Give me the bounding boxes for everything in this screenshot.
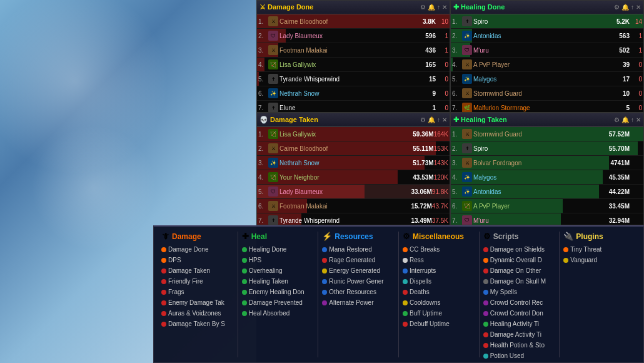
menu-item[interactable]: My Spells <box>483 287 556 297</box>
menu-dot-icon <box>322 258 327 263</box>
menu-item-label: HPS <box>249 255 262 265</box>
table-row[interactable]: 1. ⚔ Stormwind Guard 57.52M <box>451 127 643 141</box>
table-row[interactable]: 6. ⚔ Stormwind Guard 10 0 <box>451 86 643 101</box>
menu-section: ⚙Scripts Damage on Shields Dynamic Overa… <box>480 232 560 357</box>
table-row[interactable]: 4. ⚔ A PvP Player 39 0 <box>451 58 643 72</box>
menu-section: ⚙Miscellaneous CC Breaks Ress Interrupts… <box>399 232 480 357</box>
menu-item[interactable]: Health Potion & Sto <box>483 340 556 350</box>
row-number: 1. <box>452 18 461 25</box>
menu-item[interactable]: CC Breaks <box>403 244 475 255</box>
table-row[interactable]: 4. ✨ Malygos 45.35M <box>451 170 643 185</box>
row-player-name: Malygos <box>473 174 606 181</box>
menu-item[interactable]: Enemy Healing Don <box>242 287 314 297</box>
menu-item[interactable]: Healing Taken <box>242 276 314 287</box>
table-row[interactable]: 6. 🏹 A PvP Player 33.45M <box>451 199 643 213</box>
row-player-name: Footman Malakai <box>279 203 409 210</box>
menu-item[interactable]: Mana Restored <box>322 244 395 255</box>
table-row[interactable]: 7. 🌿 Malfurion Stormrage 5 0 <box>451 101 643 113</box>
menu-item[interactable]: Deaths <box>403 287 475 297</box>
menu-item[interactable]: Vanguard <box>563 255 636 265</box>
table-row[interactable]: 6. ✨ Nethrah Snow 9 0 <box>257 86 450 101</box>
healing-done-icons: ⚙ 🔔 ↑ ✕ <box>614 4 641 11</box>
menu-item[interactable]: Buff Uptime <box>403 308 475 319</box>
menu-item[interactable]: Potion Used <box>483 350 556 361</box>
menu-item[interactable]: Ress <box>403 255 475 265</box>
menu-item[interactable]: Enemy Damage Tak <box>161 297 234 308</box>
table-row[interactable]: 5. ✨ Malygos 17 0 <box>451 72 643 86</box>
menu-item[interactable]: DPS <box>161 255 234 265</box>
table-row[interactable]: 4. 🏹 Lisa Gallywix 165 0 <box>257 58 450 72</box>
menu-item[interactable]: Damage On Other <box>483 265 556 276</box>
table-row[interactable]: 1. 🏹 Lisa Gallywix 59.36M 164K <box>257 127 450 141</box>
menu-item-label: Damage Taken <box>168 265 210 276</box>
menu-item[interactable]: Friendly Fire <box>161 276 234 287</box>
table-row[interactable]: 2. ⚔ Cairne Bloodhoof 55.11M 153K <box>257 141 450 156</box>
menu-item-label: Debuff Uptime <box>410 319 450 329</box>
menu-item[interactable]: Debuff Uptime <box>403 319 475 329</box>
menu-item[interactable]: Energy Generated <box>322 265 395 276</box>
table-row[interactable]: 7. ✝ Tyrande Whisperwind 13.49M 37.5K <box>257 213 450 225</box>
menu-item-label: Vanguard <box>570 255 597 265</box>
table-row[interactable]: 4. 🏹 Your Neighbor 43.53M 120K <box>257 170 450 185</box>
menu-item[interactable]: Tiny Threat <box>563 244 636 255</box>
menu-item[interactable]: Runic Power Gener <box>322 276 395 287</box>
menu-item[interactable]: Crowd Control Don <box>483 308 556 319</box>
bottom-panel-row: 💀 Damage Taken ⚙ 🔔 ↑ ✕ 1. 🏹 Lisa Gallywi… <box>256 113 644 225</box>
menu-item[interactable]: Overhealing <box>242 265 314 276</box>
menu-item[interactable]: Frags <box>161 287 234 297</box>
row-class-icon: ✝ <box>268 103 278 113</box>
row-class-icon: 🌿 <box>462 103 472 113</box>
menu-item[interactable]: Damage on Shields <box>483 244 556 255</box>
row-deaths: 37.5K <box>432 217 448 224</box>
menu-item[interactable]: Healing Activity Ti <box>483 319 556 329</box>
table-row[interactable]: 2. 🛡 Lady Blaumeux 596 1 <box>257 29 450 43</box>
menu-item[interactable]: HPS <box>242 255 314 265</box>
section-icon: ⚙ <box>403 232 410 241</box>
row-value: 436 <box>425 47 436 54</box>
row-number: 6. <box>452 90 461 97</box>
row-value: 33.06M <box>411 188 432 195</box>
table-row[interactable]: 5. ✨ Antonidas 44.22M <box>451 185 643 199</box>
menu-item[interactable]: Damage Prevented <box>242 297 314 308</box>
row-class-icon: ✝ <box>268 215 278 225</box>
menu-dot-icon <box>242 290 247 295</box>
row-deaths: 0 <box>630 76 642 83</box>
menu-item[interactable]: Damage Done <box>161 244 234 255</box>
menu-item[interactable]: Damage On Skull M <box>483 276 556 287</box>
menu-item[interactable]: Cooldowns <box>403 297 475 308</box>
table-row[interactable]: 1. ⚔ Cairne Bloodhoof 3.8K 10 <box>257 14 450 29</box>
row-value: 5.2K <box>616 18 630 25</box>
menu-item[interactable]: Auras & Voidzones <box>161 308 234 319</box>
menu-item[interactable]: Heal Absorbed <box>242 308 314 319</box>
menu-item[interactable]: Healing Done <box>242 244 314 255</box>
table-row[interactable]: 2. ✨ Antonidas 563 1 <box>451 29 643 43</box>
row-player-name: Tyrande Whisperwind <box>279 76 426 83</box>
menu-item[interactable]: Damage Taken By S <box>161 319 234 329</box>
row-deaths: 0 <box>630 105 642 111</box>
row-class-icon: 🏹 <box>268 59 278 69</box>
table-row[interactable]: 7. 🛡 M'uru 32.94M <box>451 213 643 225</box>
table-row[interactable]: 3. ✨ Nethrah Snow 51.73M 143K <box>257 156 450 170</box>
menu-item[interactable]: Damage Activity Ti <box>483 329 556 340</box>
menu-item[interactable]: Crowd Control Rec <box>483 297 556 308</box>
row-class-icon: ⚔ <box>462 88 472 98</box>
menu-item[interactable]: Dispells <box>403 276 475 287</box>
table-row[interactable]: 5. 🛡 Lady Blaumeux 33.06M 91.8K <box>257 185 450 199</box>
menu-item[interactable]: Alternate Power <box>322 297 395 308</box>
table-row[interactable]: 7. ✝ Elune 1 0 <box>257 101 450 113</box>
table-row[interactable]: 3. ⚔ Bolvar Fordragon 4741M <box>451 156 643 170</box>
menu-section-title: ⚙Scripts <box>483 232 556 241</box>
table-row[interactable]: 1. ✝ Spiro 5.2K 14 <box>451 14 643 29</box>
row-number: 7. <box>258 217 267 224</box>
menu-item[interactable]: Rage Generated <box>322 255 395 265</box>
table-row[interactable]: 3. 🛡 M'uru 502 1 <box>451 43 643 58</box>
table-row[interactable]: 3. ⚔ Footman Malakai 436 1 <box>257 43 450 58</box>
table-row[interactable]: 5. ✝ Tyrande Whisperwind 15 0 <box>257 72 450 86</box>
table-row[interactable]: 2. ✝ Spiro 55.70M <box>451 141 643 156</box>
menu-item[interactable]: Interrupts <box>403 265 475 276</box>
menu-item[interactable]: Damage Taken <box>161 265 234 276</box>
menu-item[interactable]: Dynamic Overall D <box>483 255 556 265</box>
table-row[interactable]: 6. ⚔ Footman Malakai 15.72M 43.7K <box>257 199 450 213</box>
menu-item[interactable]: Other Resources <box>322 287 395 297</box>
menu-dot-icon <box>161 322 166 327</box>
